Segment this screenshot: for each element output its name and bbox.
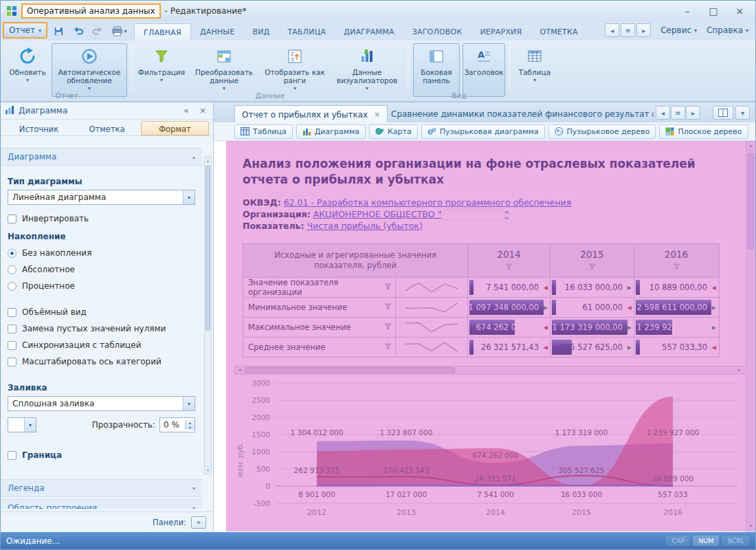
header-toggle-button[interactable]: A Заголовок [463, 43, 505, 97]
filter-icon[interactable] [384, 322, 392, 332]
scrollbar-thumb[interactable] [245, 367, 455, 373]
ribbon-tab-главная[interactable]: ГЛАВНАЯ [134, 23, 191, 41]
undo-button[interactable] [69, 23, 87, 38]
vertical-scrollbar[interactable]: ▴ ▾ [746, 142, 755, 531]
scroll-up-icon[interactable]: ▴ [746, 142, 755, 151]
value-cell[interactable]: 1 239 927 000,00▶ [634, 318, 718, 337]
filter-icon[interactable] [673, 261, 680, 272]
filter-icon[interactable] [505, 261, 513, 272]
fill-type-select[interactable]: Сплошная заливка▾ [8, 396, 195, 411]
scrollbar-thumb[interactable] [205, 166, 210, 331]
table-button[interactable]: Таблица ▾ [515, 43, 555, 97]
view-button-chart[interactable]: Диаграмма [296, 124, 366, 139]
transform-data-button[interactable]: Преобразовать данные ▾ [189, 43, 259, 97]
show-as-ranks-button[interactable]: 23 Отобразить как ранги ▾ [262, 43, 328, 97]
ribbon-tab-таблица[interactable]: ТАБЛИЦА [278, 23, 335, 41]
value-cell[interactable]: 26 321 571,43◀ [468, 338, 551, 357]
value-cell[interactable]: 10 889 000,00◀ [634, 278, 718, 297]
close-button[interactable]: × [726, 2, 753, 19]
section-chart[interactable]: Диаграмма▴ [1, 148, 202, 166]
value-cell[interactable]: 1 097 348 000,00▶ [468, 298, 551, 317]
scale-axis-checkbox[interactable]: Масштабировать ось категорий [8, 357, 195, 366]
view-button-bubble-chart[interactable]: Пузырьковая диаграмма [421, 124, 545, 139]
ribbon-tab-заголовок[interactable]: ЗАГОЛОВОК [403, 23, 471, 41]
view-button-map[interactable]: Карта [369, 124, 418, 139]
fill-color-select[interactable]: ▾ [8, 417, 36, 432]
row-name-cell[interactable]: Среднее значение [243, 338, 396, 357]
section-plot-area[interactable]: Область построения▾ [1, 499, 202, 509]
list-icon[interactable]: ≡ [671, 106, 685, 120]
maximize-button[interactable]: □ [700, 2, 726, 19]
doc-tab-comparison[interactable]: Сравнение динамики показателей финансово… [384, 105, 654, 123]
value-cell[interactable]: 2 598 611 000,00▶ [634, 298, 718, 317]
scroll-right-icon[interactable]: ▸ [636, 23, 651, 37]
replace-empty-checkbox[interactable]: Замена пустых значений нулями [8, 324, 195, 333]
minimize-button[interactable]: – [674, 2, 700, 19]
refresh-button[interactable]: Обновить ▾ [6, 43, 49, 97]
service-menu[interactable]: Сервис▾ [660, 25, 697, 35]
ribbon-tab-вид[interactable]: ВИД [243, 23, 278, 41]
sync-table-checkbox[interactable]: Синхронизация с таблицей [8, 340, 195, 350]
value-cell[interactable]: 557 033,30◀ [634, 338, 718, 357]
panel-scrollbar[interactable]: ▴ ▾ [204, 156, 212, 474]
transparency-spinner[interactable]: 0 % ▴▾ [159, 417, 195, 432]
ribbon-tab-диаграмма[interactable]: ДИАГРАММА [335, 23, 403, 41]
scroll-right-icon[interactable]: ▸ [735, 366, 744, 374]
value-cell[interactable]: 1 173 319 000,00▶ [551, 318, 634, 337]
collapse-panel-button[interactable]: « [180, 106, 192, 116]
filter-icon[interactable] [384, 302, 392, 312]
row-name-cell[interactable]: Значение показателя организации [243, 278, 396, 297]
line-chart[interactable]: 300025002000150010005000-5001 304 012 00… [234, 377, 743, 527]
panel-tab-mark[interactable]: Отметка [73, 121, 141, 135]
save-button[interactable] [50, 23, 67, 38]
layout-dropdown-button[interactable]: ▾ [735, 106, 750, 120]
filtering-button[interactable]: Фильтрация ▾ [137, 43, 186, 97]
help-menu[interactable]: Справка▾ [707, 25, 748, 35]
panel-tab-format[interactable]: Формат [141, 121, 209, 135]
section-legend[interactable]: Легенда▾ [1, 479, 202, 497]
value-cell[interactable]: 16 033 000,00▶ [551, 278, 634, 297]
scroll-right-icon[interactable]: ▸ [686, 106, 700, 120]
view-button-table[interactable]: Таблица [234, 124, 293, 139]
view-button-bubble-tree[interactable]: Пузырьковое дерево [548, 124, 656, 139]
scroll-left-icon[interactable]: ◂ [656, 106, 670, 120]
close-tab-icon[interactable]: × [374, 110, 380, 119]
scroll-down-icon[interactable]: ▾ [746, 522, 755, 531]
value-cell[interactable]: 674 262 000,00◀ [468, 318, 551, 337]
view-button-flat-tree[interactable]: Плоское дерево [659, 124, 748, 139]
chart-type-select[interactable]: Линейная диаграмма▾ [8, 190, 195, 205]
radio-percent[interactable]: Процентное [8, 281, 195, 291]
scroll-left-icon[interactable]: ◂ [235, 366, 244, 374]
border-checkbox[interactable]: Граница [8, 450, 195, 460]
invert-checkbox[interactable]: Инвертировать [8, 214, 195, 223]
scroll-down-icon[interactable]: ▾ [205, 466, 211, 474]
filter-icon[interactable] [588, 261, 596, 272]
year-header-2015[interactable]: 2015 [551, 244, 634, 277]
split-layout-button[interactable] [713, 106, 733, 120]
visualizers-data-button[interactable]: Данные визуализаторов ▾ [331, 43, 403, 97]
value-cell[interactable]: 7 541 000,00◀ [468, 278, 551, 297]
ribbon-tab-иерархия[interactable]: ИЕРАРХИЯ [471, 23, 531, 41]
value-cell[interactable]: 305 527 625,00▶ [551, 338, 634, 357]
scrollbar-thumb[interactable] [748, 153, 754, 250]
organization-link[interactable]: АКЦИОНЕРНОЕ ОБЩЕСТВО "" [313, 209, 509, 219]
scroll-up-icon[interactable]: ▴ [205, 157, 211, 164]
print-button[interactable]: ▾ [108, 23, 131, 38]
radio-no-accumulation[interactable]: Без накопления [8, 248, 195, 258]
row-name-cell[interactable]: Минимальное значение [243, 298, 396, 317]
table-header-col1[interactable]: Исходные и агрегированные значения показ… [243, 244, 468, 277]
year-header-2016[interactable]: 2016 [634, 244, 718, 277]
auto-refresh-button[interactable]: Автоматическое обновление ▾ [52, 43, 127, 97]
panel-tab-source[interactable]: Источник [5, 121, 73, 135]
scroll-left-icon[interactable]: ◂ [605, 23, 619, 37]
side-panel-toggle-button[interactable]: Боковая панель [413, 43, 460, 97]
okved-link[interactable]: 62.01 - Разработка компьютерного програм… [284, 197, 572, 208]
year-header-2014[interactable]: 2014 [468, 244, 551, 277]
horizontal-scrollbar[interactable]: ◂ ▸ [234, 366, 744, 375]
filter-icon[interactable] [384, 342, 392, 352]
close-panel-button[interactable]: × [197, 106, 209, 116]
list-icon[interactable]: ≡ [621, 23, 635, 37]
ribbon-tab-отметка[interactable]: ОТМЕТКА [531, 23, 586, 41]
radio-absolute[interactable]: Абсолютное [8, 265, 195, 274]
indicator-link[interactable]: Чистая прибыль (убыток) [307, 221, 422, 231]
